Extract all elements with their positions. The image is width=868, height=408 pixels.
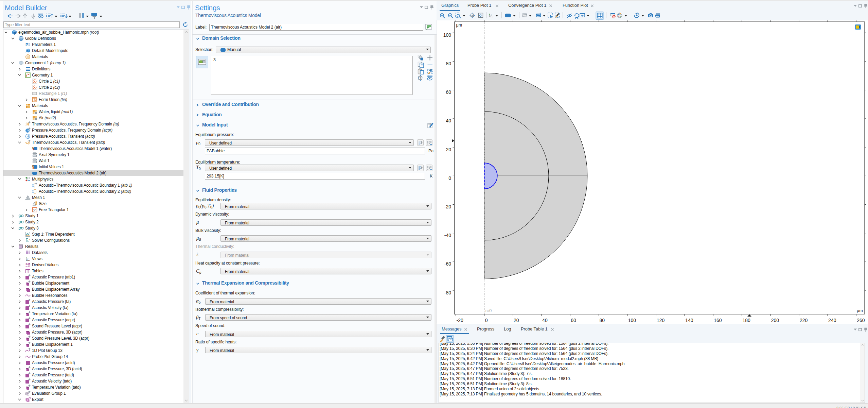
svg-text:-40: -40 [444, 233, 451, 238]
svg-text:160: 160 [714, 318, 722, 323]
svg-text:D: D [32, 146, 34, 149]
svg-text:260: 260 [857, 318, 865, 323]
svg-text:20: 20 [514, 318, 519, 323]
svg-text:0: 0 [448, 175, 451, 181]
svg-text:-20: -20 [457, 318, 463, 323]
svg-text:-60: -60 [444, 261, 451, 267]
svg-text:140: 140 [685, 318, 693, 323]
svg-text:220: 220 [800, 318, 808, 323]
svg-text:60: 60 [446, 89, 451, 95]
svg-text:120: 120 [657, 318, 665, 323]
svg-text:e-12: e-12 [26, 265, 31, 268]
svg-text:40: 40 [542, 318, 548, 323]
svg-text:60: 60 [571, 318, 576, 323]
svg-text:-80: -80 [444, 290, 451, 295]
svg-text:80: 80 [600, 318, 605, 323]
svg-text:40: 40 [446, 118, 451, 123]
svg-text:μm: μm [857, 308, 863, 313]
svg-text:μm: μm [456, 23, 462, 28]
svg-text:0: 0 [485, 318, 488, 323]
svg-text:-20: -20 [444, 204, 451, 209]
svg-text:80: 80 [446, 61, 451, 66]
svg-text:20: 20 [446, 147, 451, 152]
svg-text:180: 180 [743, 318, 751, 323]
svg-text:240: 240 [828, 318, 836, 323]
svg-text:100: 100 [628, 318, 636, 323]
svg-text:r=0: r=0 [485, 308, 492, 313]
svg-text:P: P [25, 42, 28, 47]
svg-text:8.85: 8.85 [26, 263, 31, 265]
svg-text:100: 100 [443, 32, 451, 38]
svg-text:200: 200 [771, 318, 779, 323]
